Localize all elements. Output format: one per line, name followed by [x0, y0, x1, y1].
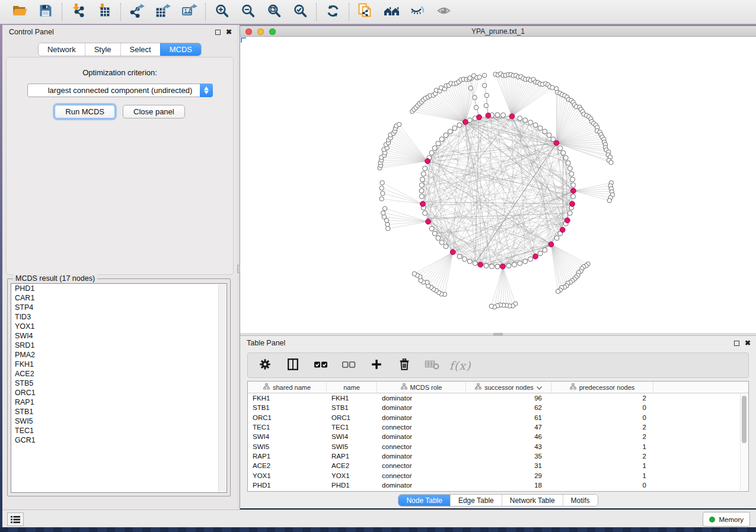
leaf-node[interactable] [556, 289, 560, 293]
tab-style[interactable]: Style [85, 43, 120, 56]
table-scrollbar-thumb[interactable] [742, 396, 747, 443]
ring-node[interactable] [518, 116, 522, 121]
ring-node[interactable] [570, 177, 575, 182]
ring-node[interactable] [457, 254, 462, 259]
new-network-from-selection-button[interactable] [357, 4, 374, 20]
tab-network[interactable]: Network [39, 43, 85, 56]
columns-button[interactable] [286, 358, 300, 373]
result-node-item[interactable]: RAP1 [11, 398, 227, 407]
result-node-item[interactable]: ORC1 [11, 388, 227, 398]
leaf-node[interactable] [607, 198, 611, 203]
result-node-item[interactable]: SWI4 [11, 331, 227, 341]
leaf-node[interactable] [386, 226, 390, 230]
table-scrollbar[interactable] [740, 394, 748, 491]
ring-node[interactable] [523, 259, 528, 264]
ring-node[interactable] [495, 264, 500, 269]
result-node-item[interactable]: STB1 [11, 407, 227, 416]
column-header-name[interactable]: name [327, 382, 377, 393]
mcds-hub-node[interactable] [560, 227, 565, 233]
ring-node[interactable] [432, 231, 437, 236]
export-image-button[interactable] [181, 4, 197, 20]
tab-edge-table[interactable]: Edge Table [450, 495, 502, 506]
ring-node[interactable] [567, 211, 572, 216]
ring-node[interactable] [467, 259, 472, 264]
mcds-hub-node[interactable] [554, 140, 559, 146]
zoom-selected-button[interactable] [292, 4, 308, 20]
ring-node[interactable] [495, 113, 500, 117]
result-node-item[interactable]: TID3 [11, 312, 227, 322]
ring-node[interactable] [543, 129, 547, 134]
leaf-node[interactable] [412, 271, 416, 275]
node-table[interactable]: shared namenameMCDS rolesuccessor nodesp… [247, 381, 749, 492]
leaf-node[interactable] [379, 197, 384, 201]
ring-node[interactable] [439, 240, 444, 245]
run-mcds-button[interactable]: Run MCDS [55, 105, 115, 118]
leaf-node[interactable] [609, 161, 613, 165]
leaf-node[interactable] [473, 95, 477, 100]
leaf-node[interactable] [489, 304, 493, 308]
leaf-node[interactable] [477, 75, 481, 79]
ring-node[interactable] [444, 133, 448, 137]
ring-node[interactable] [448, 129, 452, 134]
ring-node[interactable] [528, 257, 533, 261]
result-list-scrollbar[interactable] [218, 284, 226, 492]
ring-node[interactable] [423, 166, 428, 171]
table-row[interactable]: SWI4SWI4dominator462 [248, 432, 748, 441]
zoom-out-button[interactable] [240, 4, 256, 20]
mcds-hub-node[interactable] [509, 114, 515, 119]
ring-node[interactable] [567, 166, 572, 171]
import-table-button[interactable] [96, 4, 113, 20]
leaf-node[interactable] [550, 85, 554, 89]
memory-button[interactable]: Memory [703, 512, 750, 527]
table-row[interactable]: SWI5SWI5connector431 [248, 441, 748, 451]
ring-node[interactable] [421, 172, 426, 177]
tab-network-table[interactable]: Network Table [502, 495, 563, 506]
ring-node[interactable] [566, 161, 570, 165]
mcds-hub-node[interactable] [420, 201, 426, 207]
criterion-dropdown[interactable]: largest connected component (undirected) [27, 84, 213, 97]
table-row[interactable]: STB1STB1dominator620 [248, 403, 748, 412]
minimize-window-icon[interactable] [257, 28, 264, 35]
mcds-hub-node[interactable] [478, 262, 483, 267]
mcds-hub-node[interactable] [548, 242, 554, 247]
table-row[interactable]: ORC1ORC1dominator610 [248, 413, 748, 422]
task-history-button[interactable] [7, 512, 24, 526]
ring-node[interactable] [512, 262, 516, 267]
ring-node[interactable] [501, 113, 506, 117]
ring-node[interactable] [473, 261, 477, 265]
mcds-hub-node[interactable] [450, 249, 455, 255]
ring-node[interactable] [419, 194, 424, 199]
ring-node[interactable] [444, 244, 448, 249]
leaf-node[interactable] [468, 86, 473, 90]
dropdown-stepper-icon[interactable] [200, 84, 213, 97]
table-row[interactable]: FKH1FKH1dominator962 [248, 393, 748, 403]
result-node-item[interactable]: SRD1 [11, 341, 227, 350]
ring-node[interactable] [547, 133, 551, 137]
result-node-item[interactable]: ACE2 [11, 369, 227, 379]
leaf-node[interactable] [382, 206, 387, 210]
leaf-node[interactable] [379, 186, 384, 190]
ring-node[interactable] [420, 177, 425, 182]
network-graph[interactable] [240, 37, 756, 333]
add-column-button[interactable] [369, 358, 384, 373]
ring-node[interactable] [419, 182, 424, 187]
table-row[interactable]: ACE2ACE2connector311 [248, 461, 748, 470]
ring-node[interactable] [538, 251, 543, 256]
ring-node[interactable] [558, 146, 563, 150]
ring-node[interactable] [419, 188, 424, 193]
leaf-node[interactable] [380, 181, 384, 185]
float-table-panel-icon[interactable] [734, 341, 739, 346]
mcds-result-list[interactable]: PHD1CAR1STP4TID3YOX1SWI4SRD1PMA2FKH1ACE2… [11, 283, 227, 493]
leaf-node[interactable] [397, 122, 401, 126]
ring-node[interactable] [484, 264, 489, 268]
destroy-table-button[interactable] [425, 358, 439, 373]
ring-node[interactable] [571, 182, 576, 187]
tab-node-table[interactable]: Node Table [398, 495, 450, 506]
zoom-window-icon[interactable] [269, 28, 276, 35]
ring-node[interactable] [554, 236, 559, 241]
result-node-item[interactable]: FKH1 [11, 360, 227, 369]
column-header-predecessor-nodes[interactable]: predecessor nodes [551, 382, 653, 393]
network-canvas[interactable] [240, 37, 756, 333]
leaf-node[interactable] [484, 104, 488, 108]
zoom-in-button[interactable] [213, 4, 230, 20]
